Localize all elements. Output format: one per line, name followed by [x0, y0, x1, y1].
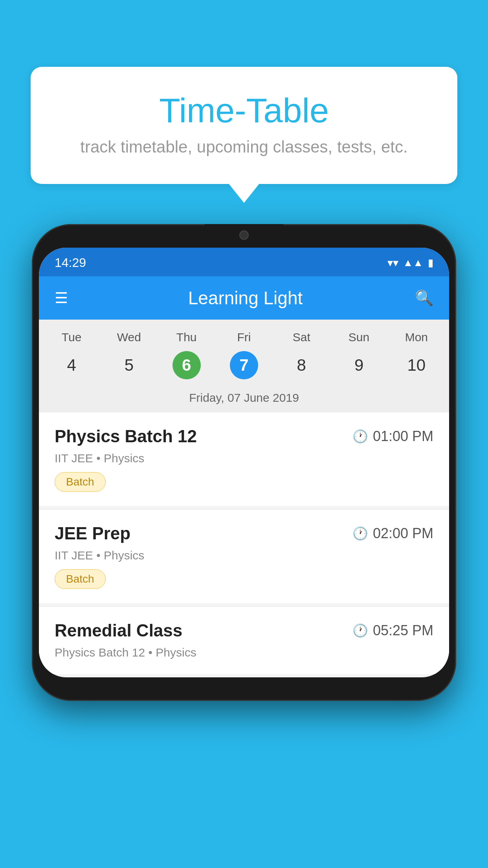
day-4[interactable]: 4 — [43, 351, 100, 379]
clock-icon-3: 🕐 — [352, 623, 368, 638]
day-header-wed: Wed — [100, 327, 158, 347]
day-header-mon: Mon — [388, 327, 445, 347]
day-header-thu: Thu — [158, 327, 215, 347]
selected-date: Friday, 07 June 2019 — [39, 387, 449, 412]
day-8[interactable]: 8 — [273, 351, 330, 379]
day-9[interactable]: 9 — [330, 351, 387, 379]
phone-notch — [205, 224, 283, 246]
hamburger-icon[interactable]: ☰ — [55, 289, 68, 307]
status-time: 14:29 — [55, 256, 86, 270]
speech-bubble: Time-Table track timetable, upcoming cla… — [31, 67, 457, 184]
class-time-3: 🕐 05:25 PM — [352, 622, 433, 639]
class-name-1: Physics Batch 12 — [55, 427, 197, 446]
batch-badge-1: Batch — [55, 472, 106, 492]
bubble-subtitle: track timetable, upcoming classes, tests… — [50, 138, 438, 156]
day-numbers: 4 5 6 7 8 9 10 — [39, 347, 449, 387]
class-meta-3: Physics Batch 12 • Physics — [55, 646, 433, 659]
class-time-1: 🕐 01:00 PM — [352, 428, 433, 445]
day-headers: Tue Wed Thu Fri Sat Sun Mon — [39, 327, 449, 347]
app-title: Learning Light — [76, 287, 415, 309]
clock-icon-1: 🕐 — [352, 429, 368, 444]
batch-badge-2: Batch — [55, 569, 106, 589]
class-name-3: Remedial Class — [55, 621, 182, 640]
day-5[interactable]: 5 — [100, 351, 158, 379]
day-header-sun: Sun — [330, 327, 387, 347]
class-time-2: 🕐 02:00 PM — [352, 525, 433, 542]
class-time-value-3: 05:25 PM — [373, 622, 433, 639]
day-6-today[interactable]: 6 — [172, 351, 201, 379]
search-icon[interactable]: 🔍 — [415, 289, 433, 307]
phone-screen: 14:29 ▾▾ ▲▲ ▮ ☰ Learning Light 🔍 Tue Wed… — [39, 248, 449, 677]
class-item-2[interactable]: JEE Prep 🕐 02:00 PM IIT JEE • Physics Ba… — [39, 509, 449, 603]
clock-icon-2: 🕐 — [352, 526, 368, 541]
status-bar: 14:29 ▾▾ ▲▲ ▮ — [39, 248, 449, 276]
phone-outer: 14:29 ▾▾ ▲▲ ▮ ☰ Learning Light 🔍 Tue Wed… — [32, 224, 456, 701]
day-7-selected[interactable]: 7 — [230, 351, 258, 379]
class-time-value-1: 01:00 PM — [373, 428, 433, 445]
battery-icon: ▮ — [428, 257, 433, 269]
class-time-value-2: 02:00 PM — [373, 525, 433, 542]
day-header-tue: Tue — [43, 327, 100, 347]
class-item-1[interactable]: Physics Batch 12 🕐 01:00 PM IIT JEE • Ph… — [39, 412, 449, 506]
status-icons: ▾▾ ▲▲ ▮ — [387, 256, 433, 269]
calendar-strip: Tue Wed Thu Fri Sat Sun Mon 4 5 6 7 8 9 … — [39, 320, 449, 412]
class-item-3[interactable]: Remedial Class 🕐 05:25 PM Physics Batch … — [39, 607, 449, 674]
day-header-fri: Fri — [215, 327, 273, 347]
day-10[interactable]: 10 — [388, 351, 445, 379]
front-camera — [239, 230, 249, 240]
phone-wrapper: 14:29 ▾▾ ▲▲ ▮ ☰ Learning Light 🔍 Tue Wed… — [32, 224, 456, 701]
wifi-icon: ▾▾ — [387, 256, 398, 269]
class-meta-1: IIT JEE • Physics — [55, 452, 433, 465]
bubble-title: Time-Table — [50, 90, 438, 131]
app-header: ☰ Learning Light 🔍 — [39, 276, 449, 320]
day-header-sat: Sat — [273, 327, 330, 347]
class-meta-2: IIT JEE • Physics — [55, 549, 433, 562]
signal-icon: ▲▲ — [403, 257, 423, 269]
class-list: Physics Batch 12 🕐 01:00 PM IIT JEE • Ph… — [39, 412, 449, 674]
class-name-2: JEE Prep — [55, 524, 130, 543]
